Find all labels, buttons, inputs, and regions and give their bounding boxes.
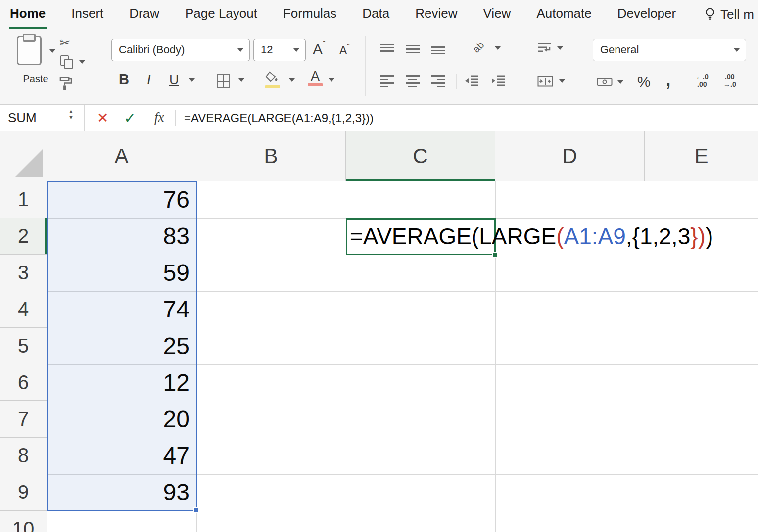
- borders-dropdown-icon[interactable]: [238, 78, 244, 82]
- accounting-icon: [597, 76, 613, 87]
- stepper-down-icon[interactable]: ▼: [68, 114, 74, 120]
- cell-a4[interactable]: 74: [47, 291, 196, 328]
- row-header-1[interactable]: 1: [0, 181, 47, 218]
- align-top-button[interactable]: [380, 43, 394, 54]
- chevron-down-icon: [734, 48, 740, 52]
- tab-page-layout[interactable]: Page Layout: [184, 0, 258, 29]
- format-painter-button[interactable]: [58, 76, 73, 94]
- align-center-button[interactable]: [406, 75, 420, 87]
- percent-style-button[interactable]: %: [637, 73, 651, 90]
- tab-view[interactable]: View: [482, 0, 512, 29]
- align-middle-button[interactable]: [406, 43, 420, 54]
- accounting-dropdown-icon[interactable]: [617, 80, 623, 84]
- grow-font-button[interactable]: Aˆ: [313, 40, 326, 58]
- column-header-c[interactable]: C: [346, 131, 495, 181]
- row-header-9[interactable]: 9: [0, 474, 47, 511]
- column-header-d[interactable]: D: [495, 131, 645, 181]
- bold-button[interactable]: B: [119, 71, 129, 88]
- font-name-select[interactable]: Calibri (Body): [111, 39, 250, 61]
- row-header-8[interactable]: 8: [0, 438, 47, 474]
- fill-color-dropdown-icon[interactable]: [289, 78, 295, 82]
- column-header-b[interactable]: B: [196, 131, 346, 181]
- tab-formulas[interactable]: Formulas: [282, 0, 337, 29]
- cell-a2[interactable]: 83: [47, 218, 196, 255]
- orientation-dropdown-icon[interactable]: [495, 46, 501, 50]
- row-header-2[interactable]: 2: [0, 218, 47, 255]
- tell-me-button[interactable]: Tell m: [705, 0, 754, 29]
- tab-automate[interactable]: Automate: [535, 0, 592, 29]
- italic-button[interactable]: I: [146, 71, 151, 88]
- align-bottom-button[interactable]: [431, 43, 445, 54]
- tab-data[interactable]: Data: [361, 0, 390, 29]
- tab-home[interactable]: Home: [9, 0, 47, 29]
- paste-dropdown-icon[interactable]: [49, 49, 55, 53]
- cell-a1[interactable]: 76: [47, 181, 196, 218]
- increase-decimal-top: ←.0: [696, 73, 709, 81]
- font-size-select[interactable]: 12: [253, 39, 306, 61]
- cell-a7[interactable]: 20: [47, 401, 196, 438]
- paste-button[interactable]: Paste: [11, 34, 62, 91]
- caret-down-icon: ˇ: [347, 44, 349, 52]
- cut-button[interactable]: ✂: [59, 35, 71, 51]
- number-format-select[interactable]: General: [593, 39, 746, 61]
- align-right-button[interactable]: [431, 75, 445, 87]
- tab-review[interactable]: Review: [414, 0, 458, 29]
- worksheet: 76 83 59 74 25 12 20 47 93 =AVERAGE(LARG…: [0, 131, 758, 532]
- tab-draw[interactable]: Draw: [128, 0, 160, 29]
- column-header-e[interactable]: E: [645, 131, 758, 181]
- fill-color-button[interactable]: [265, 71, 280, 88]
- row-header-4[interactable]: 4: [0, 291, 47, 328]
- underline-button[interactable]: U: [169, 72, 179, 88]
- align-left-button[interactable]: [380, 75, 394, 87]
- row-header-5[interactable]: 5: [0, 328, 47, 364]
- insert-function-button[interactable]: fx: [154, 105, 164, 131]
- paste-label: Paste: [11, 73, 60, 85]
- cell-a9[interactable]: 93: [47, 474, 196, 511]
- decrease-decimal-button[interactable]: .00 →.0: [723, 73, 736, 88]
- font-color-button[interactable]: A: [308, 69, 323, 86]
- accounting-format-button[interactable]: [597, 76, 613, 89]
- chevron-down-icon: [293, 48, 299, 52]
- cell-a3[interactable]: 59: [47, 255, 196, 291]
- stepper-up-icon[interactable]: ▲: [68, 108, 74, 114]
- excel-window: Home Insert Draw Page Layout Formulas Da…: [0, 0, 758, 532]
- formula-bar: SUM ▲ ▼ ✕ ✓ fx =AVERAGE(LARGE(A1:A9,{1,2…: [0, 105, 758, 131]
- column-header-a[interactable]: A: [47, 131, 196, 181]
- row-header-10[interactable]: 10: [0, 511, 47, 532]
- row-header-6[interactable]: 6: [0, 364, 47, 401]
- select-all-corner[interactable]: [0, 131, 47, 181]
- comma-style-button[interactable]: ,: [665, 67, 671, 88]
- copy-dropdown-icon[interactable]: [79, 60, 85, 64]
- decrease-indent-button[interactable]: [464, 75, 479, 89]
- decrease-decimal-top: .00: [725, 73, 734, 81]
- font-color-dropdown-icon[interactable]: [329, 78, 334, 82]
- cell-a5[interactable]: 25: [47, 328, 196, 364]
- merge-center-button[interactable]: [537, 75, 553, 89]
- enter-button[interactable]: ✓: [124, 105, 136, 131]
- underline-dropdown-icon[interactable]: [189, 78, 195, 82]
- name-box[interactable]: SUM: [8, 105, 37, 131]
- wrap-text-button[interactable]: [537, 42, 552, 56]
- ribbon-tab-bar: Home Insert Draw Page Layout Formulas Da…: [0, 0, 758, 29]
- name-box-stepper[interactable]: ▲ ▼: [68, 108, 74, 120]
- fill-color-swatch: [265, 85, 280, 88]
- tab-developer[interactable]: Developer: [616, 0, 677, 29]
- tab-insert[interactable]: Insert: [70, 0, 104, 29]
- increase-decimal-bottom: .00: [697, 81, 707, 88]
- increase-indent-button[interactable]: [491, 75, 506, 89]
- wrap-text-dropdown-icon[interactable]: [557, 46, 563, 50]
- row-header-3[interactable]: 3: [0, 255, 47, 291]
- copy-button[interactable]: [60, 55, 74, 70]
- cancel-button[interactable]: ✕: [97, 105, 108, 131]
- row-header-7[interactable]: 7: [0, 401, 47, 438]
- shrink-font-glyph: A: [339, 44, 347, 57]
- cell-c2-formula[interactable]: =AVERAGE(LARGE(A1:A9,{1,2,3})): [350, 218, 713, 255]
- formula-bar-input[interactable]: =AVERAGE(LARGE(A1:A9,{1,2,3})): [184, 105, 374, 131]
- cell-a8[interactable]: 47: [47, 438, 196, 474]
- borders-button[interactable]: [217, 74, 230, 88]
- cell-a6[interactable]: 12: [47, 364, 196, 401]
- shrink-font-button[interactable]: Aˇ: [339, 44, 350, 57]
- increase-decimal-button[interactable]: ←.0 .00: [696, 73, 709, 88]
- orientation-button[interactable]: ab: [473, 42, 490, 56]
- merge-dropdown-icon[interactable]: [559, 79, 565, 83]
